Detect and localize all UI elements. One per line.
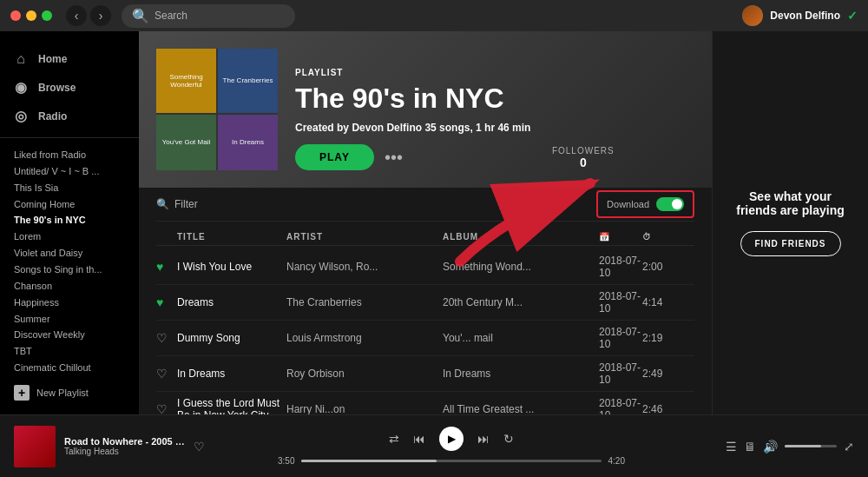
track-list-toolbar: 🔍 Filter Download [156,188,694,222]
filter-label: Filter [174,198,198,210]
sidebar-item-tbt[interactable]: TBT [0,341,139,358]
sidebar-item-this-is-sia[interactable]: This Is Sia [0,178,139,195]
playlist-type-label: PLAYLIST [295,68,615,77]
volume-fill [785,445,821,447]
previous-button[interactable]: ⏮ [413,432,425,446]
main-layout: ⌂ Home ◉ Browse ◎ Radio Liked from Radio… [0,31,868,414]
filter-input[interactable]: 🔍 Filter [156,198,198,210]
play-pause-button[interactable]: ▶ [439,427,464,451]
maximize-button[interactable] [42,10,52,21]
cover-cell-4: In Dreams [218,115,278,171]
player-track-name: Road to Nowhere - 2005 Rem... [64,436,185,447]
plus-icon: + [14,385,30,401]
playlist-title: The 90's in NYC [295,83,615,115]
sidebar-item-songs-to-sing[interactable]: Songs to Sing in th... [0,260,139,276]
track-album: You'... mail [443,332,599,344]
verified-icon: ✓ [847,9,858,23]
sidebar-item-untitled[interactable]: Untitled/ V ~ I ~ B ... [0,162,139,178]
radio-icon: ◎ [14,108,28,124]
track-title: Dreams [177,296,286,308]
find-friends-button[interactable]: FIND FRIENDS [740,231,841,256]
volume-icon: 🔊 [763,440,778,454]
content-area: Something Wonderful The Cranberries You'… [139,31,712,414]
sidebar-item-happiness[interactable]: Happiness [0,293,139,309]
more-options-button[interactable]: ••• [385,148,403,168]
track-list-area: 🔍 Filter Download TITLE ARTIST ALBUM [139,188,712,414]
track-row[interactable]: ♥ Dreams The Cranberries 20th Century M.… [156,285,694,321]
progress-track[interactable] [301,460,601,462]
toggle-knob [672,199,682,209]
playlist-header: Something Wonderful The Cranberries You'… [139,31,712,188]
sidebar-item-label: Home [38,53,67,65]
track-heart-icon[interactable]: ♡ [156,402,177,414]
repeat-button[interactable]: ↻ [503,432,514,446]
player-heart-icon[interactable]: ♡ [194,440,205,454]
track-row[interactable]: ♥ I Wish You Love Nancy Wilson, Ro... So… [156,249,694,285]
col-calendar-icon: 📅 [599,232,642,242]
playlist-meta: Created by Devon Delfino 35 songs, 1 hr … [295,122,615,134]
forward-button[interactable]: › [90,5,111,26]
volume-track[interactable] [785,445,837,447]
home-icon: ⌂ [14,51,28,67]
track-heart-icon[interactable]: ♥ [156,295,177,309]
track-row[interactable]: ♡ In Dreams Roy Orbison In Dreams 2018-0… [156,356,694,392]
sidebar-item-browse[interactable]: ◉ Browse [0,73,139,102]
sidebar-item-radio[interactable]: ◎ Radio [0,102,139,130]
sidebar-item-discover-weekly[interactable]: Discover Weekly [0,325,139,341]
fullscreen-icon[interactable]: ⤢ [844,440,854,454]
track-row[interactable]: ♡ Dummy Song Louis Armstrong You'... mai… [156,321,694,356]
search-bar[interactable]: 🔍 [122,4,295,28]
progress-fill [301,460,436,462]
user-name: Devon Delfino [770,10,840,22]
sidebar-item-home[interactable]: ⌂ Home [0,45,139,73]
track-heart-icon[interactable]: ♡ [156,367,177,381]
sidebar-item-coming-home[interactable]: Coming Home [0,195,139,211]
track-heart-icon[interactable]: ♥ [156,260,177,274]
player-controls: ⇄ ⏮ ▶ ⏭ ↻ 3:50 4:20 [205,427,698,466]
playlist-actions: PLAY ••• FOLLOWERS 0 [295,144,615,170]
new-playlist-button[interactable]: + New Playlist [0,378,139,407]
track-row[interactable]: ♡ I Guess the Lord Must Be in New York C… [156,392,694,414]
sidebar: ⌂ Home ◉ Browse ◎ Radio Liked from Radio… [0,31,139,414]
player-artist: Talking Heads [64,447,185,456]
track-duration: 4:14 [642,296,694,308]
sidebar-item-chanson[interactable]: Chanson [0,276,139,293]
minimize-button[interactable] [26,10,36,21]
nav-buttons: ‹ › [66,5,111,26]
sidebar-nav: ⌂ Home ◉ Browse ◎ Radio [0,38,139,138]
download-toggle-area: Download [596,190,694,218]
sidebar-item-summer[interactable]: Summer [0,309,139,326]
sidebar-item-lorem[interactable]: Lorem [0,227,139,243]
sidebar-item-violet-daisy[interactable]: Violet and Daisy [0,243,139,260]
right-panel: See what your friends are playing FIND F… [712,31,868,414]
close-button[interactable] [10,10,21,21]
player-bar: Road to Nowhere - 2005 Rem... Talking He… [0,414,868,477]
next-button[interactable]: ⏭ [477,432,490,446]
col-album: ALBUM [443,232,599,242]
col-heart [156,232,177,242]
titlebar: ‹ › 🔍 Devon Delfino ✓ [0,0,868,31]
track-heart-icon[interactable]: ♡ [156,331,177,345]
track-duration: 2:49 [642,368,694,380]
col-artist: ARTIST [286,232,443,242]
friends-title: See what your friends are playing [730,189,851,217]
sidebar-item-cinematic-chillout[interactable]: Cinematic Chillout [0,358,139,374]
player-right-controls: ☰ 🖥 🔊 ⤢ [698,440,854,454]
track-title: In Dreams [177,368,286,380]
back-button[interactable]: ‹ [66,5,87,26]
playlist-info: PLAYLIST The 90's in NYC Created by Devo… [295,49,615,170]
shuffle-button[interactable]: ⇄ [389,432,399,446]
devices-icon[interactable]: 🖥 [744,440,756,454]
sidebar-item-the-90s[interactable]: The 90's in NYC [0,210,139,227]
track-date: 2018-07-10 [599,361,642,386]
track-date: 2018-07-10 [599,326,642,350]
play-button[interactable]: PLAY [295,144,374,170]
track-album: Something Wond... [443,261,599,273]
sidebar-item-liked-from-radio[interactable]: Liked from Radio [0,145,139,162]
track-artist: Nancy Wilson, Ro... [286,261,443,273]
track-date: 2018-07-10 [599,397,642,414]
download-toggle[interactable] [656,197,684,211]
cover-cell-2: The Cranberries [218,49,278,113]
queue-icon[interactable]: ☰ [726,440,737,454]
search-input[interactable] [155,10,285,22]
